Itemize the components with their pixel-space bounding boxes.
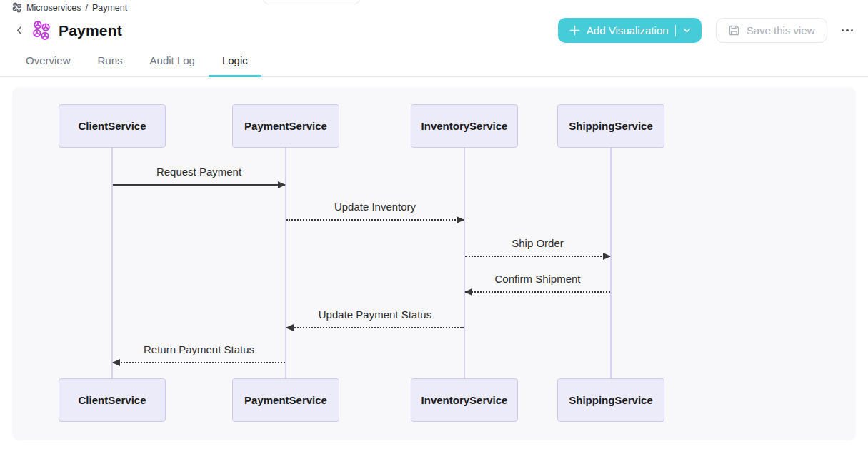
chevron-down-icon[interactable] <box>682 26 692 35</box>
breadcrumb-separator: / <box>85 3 87 13</box>
back-button[interactable] <box>12 24 26 38</box>
floppy-disk-icon <box>728 24 740 36</box>
message-label: Request Payment <box>156 166 241 178</box>
lifeline <box>111 148 113 379</box>
tab-audit-log[interactable]: Audit Log <box>136 50 209 76</box>
save-view-button[interactable]: Save this view <box>716 18 827 43</box>
participant-box: ClientService <box>59 378 166 422</box>
save-view-label: Save this view <box>747 24 815 36</box>
participant-box: InventoryService <box>411 104 518 148</box>
add-visualization-button[interactable]: Add Visualization <box>558 18 702 43</box>
message-label: Confirm Shipment <box>494 273 580 285</box>
message-line <box>113 184 285 186</box>
message-label: Update Inventory <box>334 201 416 213</box>
header: Microservices / Payment Payment Add Visu… <box>0 0 868 44</box>
breadcrumb: Microservices / Payment <box>12 1 856 14</box>
participant-box: InventoryService <box>411 378 518 422</box>
page-title: Payment <box>59 22 122 39</box>
title-row: Payment Add Visualization Save this view <box>12 17 856 44</box>
message-arrowhead <box>603 253 611 260</box>
tab-logic[interactable]: Logic <box>209 50 261 77</box>
message-label: Ship Order <box>512 237 564 249</box>
message-arrowhead <box>464 288 472 296</box>
sequence-diagram-canvas: ClientServiceClientServicePaymentService… <box>12 87 856 440</box>
microservices-cluster-icon <box>12 2 22 13</box>
message-line <box>286 327 464 328</box>
tab-runs[interactable]: Runs <box>84 50 136 76</box>
more-options-button[interactable] <box>839 25 857 36</box>
message-arrowhead <box>112 359 120 366</box>
lifeline <box>464 148 465 379</box>
message-arrowhead <box>286 324 294 331</box>
participant-box: PaymentService <box>232 378 339 422</box>
breadcrumb-root[interactable]: Microservices <box>26 3 81 13</box>
plus-icon <box>569 25 580 36</box>
participant-box: ClientService <box>59 104 166 148</box>
lifeline <box>610 148 612 379</box>
message-line <box>465 256 610 257</box>
message-line <box>113 362 285 363</box>
participant-box: ShippingService <box>557 104 664 148</box>
participant-box: ShippingService <box>557 378 664 422</box>
participant-box: PaymentService <box>232 104 339 148</box>
message-line <box>286 219 464 221</box>
tab-bar: Overview Runs Audit Log Logic <box>0 50 868 77</box>
add-visualization-label: Add Visualization <box>587 24 669 36</box>
breadcrumb-current[interactable]: Payment <box>92 3 127 13</box>
ellipsis-icon <box>842 29 854 32</box>
microservices-cluster-icon <box>32 20 51 41</box>
message-line <box>465 291 610 293</box>
tab-overview[interactable]: Overview <box>12 50 84 76</box>
message-arrowhead <box>457 216 464 223</box>
message-arrowhead <box>278 181 286 188</box>
message-label: Return Payment Status <box>144 343 254 355</box>
button-divider <box>675 25 676 36</box>
message-label: Update Payment Status <box>319 308 431 321</box>
